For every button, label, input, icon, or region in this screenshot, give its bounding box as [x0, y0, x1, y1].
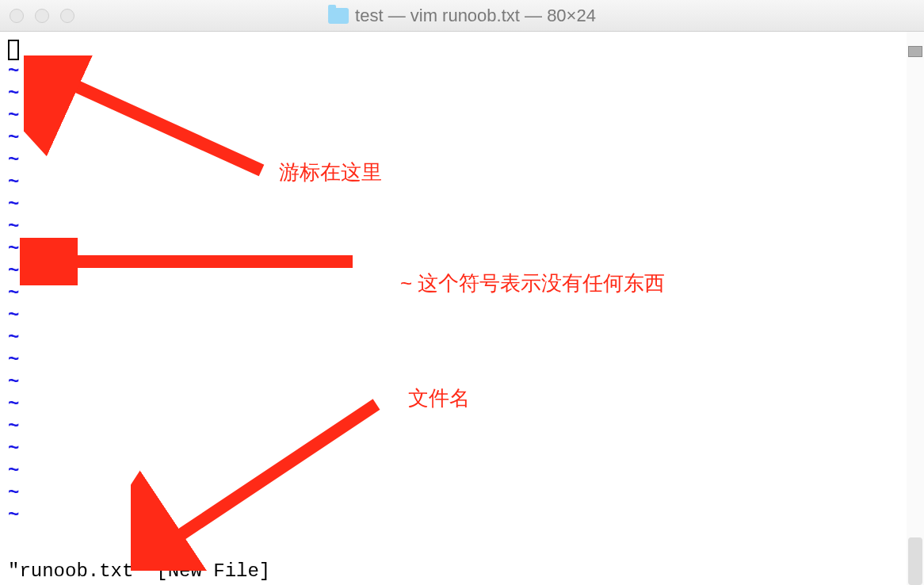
maximize-icon[interactable]: [60, 9, 74, 23]
tilde-line: ~: [8, 282, 916, 304]
tilde-line: ~: [8, 105, 916, 127]
cursor-icon: [8, 40, 19, 60]
tilde-line: ~: [8, 60, 916, 82]
folder-icon: [328, 8, 349, 24]
tilde-line: ~: [8, 438, 916, 460]
tilde-line: ~: [8, 127, 916, 149]
window-title-text: test — vim runoob.txt — 80×24: [355, 6, 596, 26]
close-icon[interactable]: [10, 9, 24, 23]
tilde-line: ~: [8, 216, 916, 238]
tilde-line: ~: [8, 371, 916, 393]
cursor-line: [8, 38, 916, 60]
tilde-line: ~: [8, 149, 916, 171]
window-title: test — vim runoob.txt — 80×24: [328, 6, 596, 26]
minimize-icon[interactable]: [35, 9, 49, 23]
scroll-marker-icon: [908, 46, 922, 57]
tilde-line: ~: [8, 504, 916, 526]
tilde-line: ~: [8, 260, 916, 282]
scrollbar-track[interactable]: [907, 32, 924, 585]
tilde-line: ~: [8, 415, 916, 438]
tilde-line: ~: [8, 482, 916, 504]
window-titlebar: test — vim runoob.txt — 80×24: [0, 0, 924, 32]
terminal-body[interactable]: ~ ~ ~ ~ ~ ~ ~ ~ ~ ~ ~ ~ ~ ~ ~ ~ ~ ~ ~ ~ …: [0, 32, 924, 585]
traffic-lights: [10, 9, 74, 23]
status-line: "runoob.txt" [New File]: [8, 560, 270, 582]
scrollbar-thumb[interactable]: [908, 537, 922, 585]
tilde-line: ~: [8, 327, 916, 349]
tilde-line: ~: [8, 171, 916, 193]
tilde-line: ~: [8, 193, 916, 216]
tilde-line: ~: [8, 82, 916, 105]
tilde-line: ~: [8, 393, 916, 415]
tilde-line: ~: [8, 349, 916, 371]
tilde-line: ~: [8, 238, 916, 260]
tilde-line: ~: [8, 304, 916, 327]
tilde-line: ~: [8, 460, 916, 482]
